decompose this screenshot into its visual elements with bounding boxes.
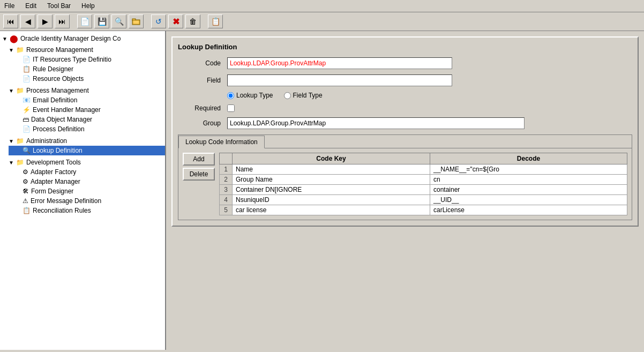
lookup-table: Code Key Decode 1 Name __NAME__="cn=${Gr… [219, 153, 627, 215]
lookup-definition-item[interactable]: ▶ 🔍 Lookup Definition [9, 146, 165, 155]
tree-root[interactable]: ▼ ⬤ Oracle Identity Manager Design Co [0, 33, 165, 44]
delete-button[interactable]: ✖ [168, 14, 183, 28]
prev-button[interactable]: ◀ [20, 14, 35, 28]
tree-panel: ▼ ⬤ Oracle Identity Manager Design Co ▼ … [0, 31, 166, 350]
row-code-key: Group Name [233, 175, 430, 185]
row-code-key: car license [233, 205, 430, 215]
tab-section: Lookup Code Information Add Delete Code … [178, 134, 632, 220]
pm-folder-icon: 📁 [16, 87, 24, 94]
panel-title: Lookup Definition [178, 43, 632, 51]
col-num-header [220, 153, 233, 164]
refresh-button[interactable]: ↺ [151, 14, 166, 28]
rule-designer-item[interactable]: ▶ 📋 Rule Designer [9, 64, 165, 74]
error-message-item[interactable]: ▶ ⚠ Error Message Definition [9, 196, 165, 206]
row-decode: __NAME__="cn=${Gro [430, 164, 627, 175]
proc-icon: 📄 [23, 125, 31, 133]
add-button[interactable]: Add [183, 153, 215, 166]
next-button[interactable]: ▶ [38, 14, 53, 28]
dev-tools-label: Development Tools [26, 159, 81, 166]
last-button[interactable]: ⏭ [55, 14, 70, 28]
radio-row: Lookup Type Field Type [227, 92, 632, 99]
email-icon: 📧 [23, 96, 31, 104]
event-icon: ⚡ [23, 106, 31, 114]
group-input[interactable] [227, 117, 525, 129]
find-button[interactable]: 🔍 [111, 14, 126, 28]
dev-expand-icon: ▼ [9, 160, 15, 166]
event-handler-label: Event Handler Manager [33, 106, 101, 114]
data-object-item[interactable]: ▶ 🗃 Data Object Manager [9, 115, 165, 124]
admin-folder-icon: 📁 [16, 137, 24, 145]
required-label: Required [178, 104, 221, 112]
ro-icon: 📄 [23, 75, 31, 83]
row-num: 1 [220, 164, 233, 175]
form-panel: Lookup Definition Code Field Lookup Type [171, 36, 639, 227]
am-icon: ⚙ [23, 178, 28, 185]
code-input[interactable] [227, 57, 452, 69]
data-icon: 🗃 [23, 116, 29, 123]
right-panel: Lookup Definition Code Field Lookup Type [166, 31, 644, 350]
lookup-type-input[interactable] [227, 92, 234, 99]
process-management-header[interactable]: ▼ 📁 Process Management [0, 86, 165, 95]
form-designer-label: Form Designer [31, 188, 73, 195]
menu-toolbar[interactable]: Tool Bar [45, 1, 73, 11]
af-icon: ⚙ [23, 168, 28, 176]
save-button[interactable]: 💾 [94, 14, 109, 28]
adapter-manager-item[interactable]: ▶ ⚙ Adapter Manager [9, 177, 165, 186]
open-button[interactable] [129, 14, 144, 28]
row-decode: __UID__ [430, 195, 627, 205]
lookup-code-tab[interactable]: Lookup Code Information [178, 136, 265, 148]
tree-node-process-management: ▼ 📁 Process Management ▶ 📧 Email Definit… [0, 85, 165, 135]
row-num: 5 [220, 205, 233, 215]
reconciliation-rules-item[interactable]: ▶ 📋 Reconciliation Rules [9, 206, 165, 215]
trash-button[interactable]: 🗑 [185, 14, 200, 28]
email-definition-item[interactable]: ▶ 📧 Email Definition [9, 95, 165, 105]
field-input[interactable] [227, 74, 452, 86]
new-button[interactable]: 📄 [77, 14, 92, 28]
required-checkbox[interactable] [227, 104, 235, 112]
row-num: 2 [220, 175, 233, 185]
resource-management-header[interactable]: ▼ 📁 Resource Management [0, 45, 165, 55]
process-definition-item[interactable]: ▶ 📄 Process Definition [9, 124, 165, 134]
tree-node-dev-tools: ▼ 📁 Development Tools ▶ ⚙ Adapter Factor… [0, 156, 165, 216]
row-code-key: NsuniqueID [233, 195, 430, 205]
field-type-radio[interactable]: Field Type [284, 92, 323, 99]
it-resources-item[interactable]: ▶ 📄 IT Resources Type Definitio [9, 55, 165, 64]
info-button[interactable]: 📋 [208, 14, 223, 28]
table-row[interactable]: 4 NsuniqueID __UID__ [220, 195, 627, 205]
table-row[interactable]: 3 Container DN[IGNORE container [220, 185, 627, 195]
row-code-key: Name [233, 164, 430, 175]
first-button[interactable]: ⏮ [3, 14, 18, 28]
menu-help[interactable]: Help [79, 1, 97, 11]
rm-folder-icon: 📁 [16, 46, 24, 54]
resource-objects-item[interactable]: ▶ 📄 Resource Objects [9, 74, 165, 84]
table-row[interactable]: 2 Group Name cn [220, 175, 627, 185]
row-decode: container [430, 185, 627, 195]
svg-rect-2 [133, 20, 139, 24]
reconciliation-rules-label: Reconciliation Rules [33, 207, 91, 214]
group-label: Group [178, 119, 221, 127]
adapter-manager-label: Adapter Manager [31, 178, 80, 185]
table-row[interactable]: 5 car license carLicense [220, 205, 627, 215]
rule-designer-label: Rule Designer [33, 65, 73, 73]
event-handler-item[interactable]: ▶ ⚡ Event Handler Manager [9, 105, 165, 115]
process-definition-label: Process Definition [33, 125, 85, 133]
required-row: Required [178, 104, 632, 112]
form-designer-item[interactable]: ▶ 🛠 Form Designer [9, 186, 165, 196]
menu-file[interactable]: File [2, 1, 17, 11]
field-type-label: Field Type [293, 92, 323, 99]
delete-button-action[interactable]: Delete [183, 168, 215, 181]
code-label: Code [178, 59, 221, 67]
field-type-input[interactable] [284, 92, 291, 99]
administration-children: ▶ 🔍 Lookup Definition [0, 146, 165, 155]
lookup-type-radio[interactable]: Lookup Type [227, 92, 273, 99]
row-decode: carLicense [430, 205, 627, 215]
menu-edit[interactable]: Edit [23, 1, 39, 11]
adapter-factory-item[interactable]: ▶ ⚙ Adapter Factory [9, 167, 165, 177]
it-icon: 📄 [23, 56, 31, 63]
table-row[interactable]: 1 Name __NAME__="cn=${Gro [220, 164, 627, 175]
main-container: ▼ ⬤ Oracle Identity Manager Design Co ▼ … [0, 31, 644, 350]
dev-tools-header[interactable]: ▼ 📁 Development Tools [0, 158, 165, 167]
administration-header[interactable]: ▼ 📁 Administration [0, 136, 165, 146]
admin-expand-icon: ▼ [9, 138, 15, 144]
col-codekey-header: Code Key [233, 153, 430, 164]
